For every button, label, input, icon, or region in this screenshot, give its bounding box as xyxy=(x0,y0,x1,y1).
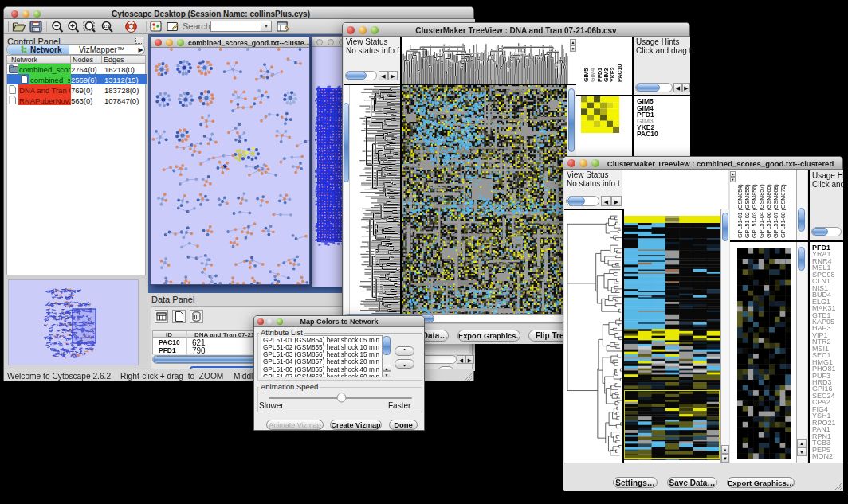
svg-text:1:1: 1:1 xyxy=(103,24,110,29)
